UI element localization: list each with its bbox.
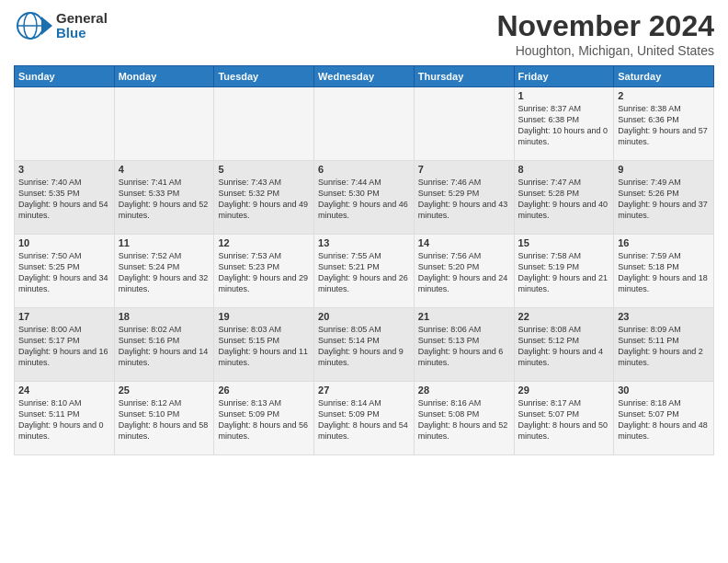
calendar-cell bbox=[15, 87, 115, 161]
day-info: Sunrise: 8:38 AM Sunset: 6:36 PM Dayligh… bbox=[618, 103, 710, 148]
day-info: Sunrise: 7:55 AM Sunset: 5:21 PM Dayligh… bbox=[318, 250, 410, 295]
day-number: 21 bbox=[418, 311, 510, 322]
day-number: 6 bbox=[318, 164, 410, 175]
calendar-cell: 15Sunrise: 7:58 AM Sunset: 5:19 PM Dayli… bbox=[514, 235, 614, 308]
calendar-cell: 16Sunrise: 7:59 AM Sunset: 5:18 PM Dayli… bbox=[614, 235, 714, 308]
day-info: Sunrise: 7:41 AM Sunset: 5:33 PM Dayligh… bbox=[119, 177, 210, 222]
calendar-cell: 29Sunrise: 8:17 AM Sunset: 5:07 PM Dayli… bbox=[514, 382, 614, 455]
column-header-thursday: Thursday bbox=[414, 66, 514, 87]
calendar-table: SundayMondayTuesdayWednesdayThursdayFrid… bbox=[14, 65, 714, 455]
day-info: Sunrise: 7:52 AM Sunset: 5:24 PM Dayligh… bbox=[119, 250, 210, 295]
day-number: 9 bbox=[618, 164, 710, 175]
calendar-cell: 25Sunrise: 8:12 AM Sunset: 5:10 PM Dayli… bbox=[114, 382, 214, 455]
calendar-cell bbox=[214, 87, 314, 161]
column-header-wednesday: Wednesday bbox=[314, 66, 415, 87]
day-number: 26 bbox=[218, 385, 310, 396]
calendar-cell: 10Sunrise: 7:50 AM Sunset: 5:25 PM Dayli… bbox=[15, 235, 115, 308]
calendar-cell: 21Sunrise: 8:06 AM Sunset: 5:13 PM Dayli… bbox=[414, 308, 514, 382]
day-info: Sunrise: 7:59 AM Sunset: 5:18 PM Dayligh… bbox=[618, 250, 710, 295]
calendar-cell: 3Sunrise: 7:40 AM Sunset: 5:35 PM Daylig… bbox=[15, 161, 115, 235]
calendar-cell: 22Sunrise: 8:08 AM Sunset: 5:12 PM Dayli… bbox=[514, 308, 614, 382]
calendar-cell: 24Sunrise: 8:10 AM Sunset: 5:11 PM Dayli… bbox=[15, 382, 115, 455]
day-info: Sunrise: 8:12 AM Sunset: 5:10 PM Dayligh… bbox=[119, 397, 210, 442]
day-info: Sunrise: 7:46 AM Sunset: 5:29 PM Dayligh… bbox=[418, 177, 510, 222]
day-number: 13 bbox=[318, 237, 410, 248]
header-row: SundayMondayTuesdayWednesdayThursdayFrid… bbox=[15, 66, 714, 87]
calendar-cell: 13Sunrise: 7:55 AM Sunset: 5:21 PM Dayli… bbox=[314, 235, 415, 308]
week-row-5: 24Sunrise: 8:10 AM Sunset: 5:11 PM Dayli… bbox=[15, 382, 714, 455]
calendar-cell: 7Sunrise: 7:46 AM Sunset: 5:29 PM Daylig… bbox=[414, 161, 514, 235]
calendar-cell: 12Sunrise: 7:53 AM Sunset: 5:23 PM Dayli… bbox=[214, 235, 314, 308]
day-number: 24 bbox=[18, 385, 110, 396]
day-info: Sunrise: 8:09 AM Sunset: 5:11 PM Dayligh… bbox=[618, 324, 710, 369]
title-block: November 2024 Houghton, Michigan, United… bbox=[496, 9, 714, 58]
day-info: Sunrise: 8:18 AM Sunset: 5:07 PM Dayligh… bbox=[618, 397, 710, 442]
day-info: Sunrise: 8:06 AM Sunset: 5:13 PM Dayligh… bbox=[418, 324, 510, 369]
day-info: Sunrise: 8:05 AM Sunset: 5:14 PM Dayligh… bbox=[318, 324, 410, 369]
day-info: Sunrise: 8:02 AM Sunset: 5:16 PM Dayligh… bbox=[119, 324, 210, 369]
day-number: 17 bbox=[18, 311, 110, 322]
day-number: 20 bbox=[318, 311, 410, 322]
day-number: 8 bbox=[518, 164, 610, 175]
day-info: Sunrise: 8:17 AM Sunset: 5:07 PM Dayligh… bbox=[518, 397, 610, 442]
day-info: Sunrise: 7:58 AM Sunset: 5:19 PM Dayligh… bbox=[518, 250, 610, 295]
day-info: Sunrise: 8:16 AM Sunset: 5:08 PM Dayligh… bbox=[418, 397, 510, 442]
column-header-saturday: Saturday bbox=[614, 66, 714, 87]
day-info: Sunrise: 8:08 AM Sunset: 5:12 PM Dayligh… bbox=[518, 324, 610, 369]
calendar-cell bbox=[414, 87, 514, 161]
day-number: 12 bbox=[218, 237, 310, 248]
page-header: General Blue November 2024 Houghton, Mic… bbox=[14, 9, 714, 58]
calendar-cell: 4Sunrise: 7:41 AM Sunset: 5:33 PM Daylig… bbox=[114, 161, 214, 235]
week-row-4: 17Sunrise: 8:00 AM Sunset: 5:17 PM Dayli… bbox=[15, 308, 714, 382]
calendar-cell: 1Sunrise: 8:37 AM Sunset: 6:38 PM Daylig… bbox=[514, 87, 614, 161]
week-row-3: 10Sunrise: 7:50 AM Sunset: 5:25 PM Dayli… bbox=[15, 235, 714, 308]
calendar-cell: 17Sunrise: 8:00 AM Sunset: 5:17 PM Dayli… bbox=[15, 308, 115, 382]
calendar-cell: 18Sunrise: 8:02 AM Sunset: 5:16 PM Dayli… bbox=[114, 308, 214, 382]
day-info: Sunrise: 7:44 AM Sunset: 5:30 PM Dayligh… bbox=[318, 177, 410, 222]
day-number: 27 bbox=[318, 385, 410, 396]
week-row-1: 1Sunrise: 8:37 AM Sunset: 6:38 PM Daylig… bbox=[15, 87, 714, 161]
column-header-sunday: Sunday bbox=[15, 66, 115, 87]
day-number: 30 bbox=[618, 385, 710, 396]
month-title: November 2024 bbox=[496, 9, 714, 43]
calendar-cell: 5Sunrise: 7:43 AM Sunset: 5:32 PM Daylig… bbox=[214, 161, 314, 235]
day-number: 3 bbox=[18, 164, 110, 175]
day-info: Sunrise: 8:10 AM Sunset: 5:11 PM Dayligh… bbox=[18, 397, 110, 442]
day-info: Sunrise: 8:03 AM Sunset: 5:15 PM Dayligh… bbox=[218, 324, 310, 369]
day-number: 18 bbox=[119, 311, 210, 322]
column-header-tuesday: Tuesday bbox=[214, 66, 314, 87]
day-info: Sunrise: 7:49 AM Sunset: 5:26 PM Dayligh… bbox=[618, 177, 710, 222]
calendar-cell: 6Sunrise: 7:44 AM Sunset: 5:30 PM Daylig… bbox=[314, 161, 415, 235]
day-number: 11 bbox=[119, 237, 210, 248]
day-number: 19 bbox=[218, 311, 310, 322]
calendar-cell bbox=[314, 87, 415, 161]
calendar-cell: 11Sunrise: 7:52 AM Sunset: 5:24 PM Dayli… bbox=[114, 235, 214, 308]
calendar-cell: 27Sunrise: 8:14 AM Sunset: 5:09 PM Dayli… bbox=[314, 382, 415, 455]
day-number: 28 bbox=[418, 385, 510, 396]
day-info: Sunrise: 8:13 AM Sunset: 5:09 PM Dayligh… bbox=[218, 397, 310, 442]
day-number: 5 bbox=[218, 164, 310, 175]
calendar-cell bbox=[114, 87, 214, 161]
calendar-cell: 8Sunrise: 7:47 AM Sunset: 5:28 PM Daylig… bbox=[514, 161, 614, 235]
column-header-friday: Friday bbox=[514, 66, 614, 87]
day-number: 15 bbox=[518, 237, 610, 248]
day-number: 16 bbox=[618, 237, 710, 248]
calendar-cell: 20Sunrise: 8:05 AM Sunset: 5:14 PM Dayli… bbox=[314, 308, 415, 382]
day-number: 22 bbox=[518, 311, 610, 322]
calendar-cell: 9Sunrise: 7:49 AM Sunset: 5:26 PM Daylig… bbox=[614, 161, 714, 235]
week-row-2: 3Sunrise: 7:40 AM Sunset: 5:35 PM Daylig… bbox=[15, 161, 714, 235]
day-info: Sunrise: 8:37 AM Sunset: 6:38 PM Dayligh… bbox=[518, 103, 610, 148]
day-number: 14 bbox=[418, 237, 510, 248]
day-info: Sunrise: 7:53 AM Sunset: 5:23 PM Dayligh… bbox=[218, 250, 310, 295]
day-info: Sunrise: 7:50 AM Sunset: 5:25 PM Dayligh… bbox=[18, 250, 110, 295]
day-number: 29 bbox=[518, 385, 610, 396]
logo-general: General bbox=[56, 11, 108, 27]
calendar-cell: 26Sunrise: 8:13 AM Sunset: 5:09 PM Dayli… bbox=[214, 382, 314, 455]
day-info: Sunrise: 8:14 AM Sunset: 5:09 PM Dayligh… bbox=[318, 397, 410, 442]
day-number: 2 bbox=[618, 90, 710, 101]
logo-icon bbox=[14, 9, 52, 42]
day-number: 10 bbox=[18, 237, 110, 248]
day-info: Sunrise: 7:40 AM Sunset: 5:35 PM Dayligh… bbox=[18, 177, 110, 222]
calendar-cell: 14Sunrise: 7:56 AM Sunset: 5:20 PM Dayli… bbox=[414, 235, 514, 308]
day-number: 7 bbox=[418, 164, 510, 175]
